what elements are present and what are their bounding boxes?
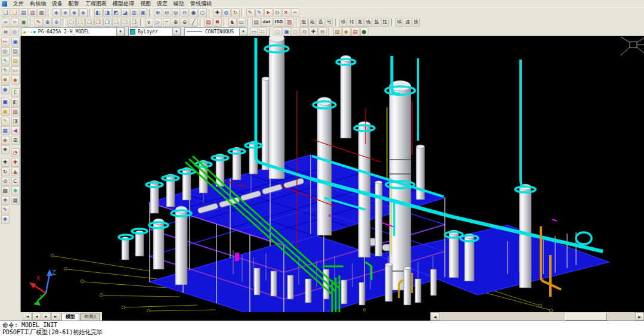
open-file-button[interactable]: ❏: [11, 8, 19, 17]
cube-view-bottom-button[interactable]: ◨: [103, 8, 112, 17]
clipboard-button[interactable]: ▣: [20, 18, 28, 27]
equip-tool-4-button[interactable]: ▭: [11, 66, 20, 75]
plant-3d-view[interactable]: Z X Y: [21, 36, 644, 312]
line-tool-button[interactable]: ─: [163, 18, 171, 27]
menu-item-9[interactable]: 辅助: [171, 0, 187, 8]
model-tool-1-button[interactable]: ✂: [1, 38, 10, 46]
scroll-right-button[interactable]: ▶: [635, 312, 644, 321]
erase-mark-button[interactable]: ✕: [282, 8, 290, 17]
chevron-down-icon[interactable]: ▾: [172, 28, 180, 36]
equip-tool-10-button[interactable]: ◀: [11, 126, 20, 135]
equip-tool-5-button[interactable]: ◆: [11, 76, 20, 85]
menu-item-2[interactable]: 构筑物: [27, 0, 49, 8]
knight-tool-button[interactable]: ♞: [228, 18, 237, 27]
equip-tool-8-button[interactable]: ▥: [11, 107, 20, 116]
doc-tool-3-button[interactable]: ❒: [85, 18, 94, 27]
equip-tool-15-button[interactable]: C: [11, 177, 20, 186]
cube-view-left-button[interactable]: ◩: [112, 8, 120, 17]
model-tool-16-button[interactable]: ▦: [1, 186, 10, 195]
equip-tool-7-button[interactable]: ◧: [11, 98, 20, 107]
equip-tool-14-button[interactable]: ▲: [11, 167, 20, 176]
color-combo[interactable]: ByLayer ▾: [128, 27, 181, 36]
cm-tool-button[interactable]: ▭: [237, 18, 246, 27]
menu-item-10[interactable]: 管线编辑: [187, 0, 215, 8]
equip-tool-1-button[interactable]: ▣: [11, 38, 20, 46]
menu-item-8[interactable]: 设定: [154, 0, 171, 8]
cmd-char-button-2[interactable]: 延: [308, 18, 316, 27]
red-tool-button[interactable]: ▥: [285, 18, 293, 27]
model-tool-9-button[interactable]: ✎: [1, 117, 10, 126]
cmd-char-button-10[interactable]: 拉: [381, 18, 389, 27]
view-sw-iso-button[interactable]: ◈: [52, 8, 61, 17]
view-ne-iso-button[interactable]: ◈: [70, 8, 79, 17]
pipe-tool-3-button[interactable]: ○: [292, 27, 300, 36]
chevron-down-icon[interactable]: ▾: [239, 28, 247, 36]
plot-button[interactable]: ▥: [29, 8, 37, 17]
model-tool-11-button[interactable]: ◈: [1, 136, 10, 145]
cmd-char-button-4[interactable]: 写: [325, 18, 333, 27]
equip-tool-17-button[interactable]: ▦: [11, 196, 20, 205]
tab-nav-next-button[interactable]: ▶: [42, 313, 51, 321]
doc-tool-8-button[interactable]: ❒: [130, 18, 138, 27]
pick-button[interactable]: ▷: [154, 18, 162, 27]
tab-layout1[interactable]: 布局1: [80, 313, 100, 321]
model-tool-19-button[interactable]: ❖: [1, 215, 10, 224]
zoom-all-button[interactable]: ○: [199, 8, 207, 17]
dat-button[interactable]: dat: [261, 18, 273, 27]
model-tool-12-button[interactable]: ❖: [1, 145, 10, 154]
pipe-tool-1-button[interactable]: ○: [274, 27, 282, 36]
cmd-char-button-7[interactable]: 复: [356, 18, 364, 27]
model-tool-4-button[interactable]: ✎: [1, 66, 10, 75]
fence-button[interactable]: ∨: [145, 18, 153, 27]
tab-nav-first-button[interactable]: |◀: [23, 313, 32, 321]
ltscale-button[interactable]: ∷: [259, 27, 267, 36]
new-file-button[interactable]: ❏: [2, 8, 10, 17]
zoom-extents-button[interactable]: ◉: [190, 8, 198, 17]
marker-button[interactable]: ➤: [264, 8, 273, 17]
zoom-previous-button[interactable]: ⊙: [181, 8, 189, 17]
cmd-char-button-9[interactable]: 旋: [373, 18, 380, 27]
scrollbar-thumb[interactable]: [565, 313, 607, 321]
equip-tool-16-button[interactable]: ❖: [11, 186, 20, 195]
pipe-tool-2-button[interactable]: ▣: [283, 27, 291, 36]
model-tool-5-button[interactable]: ✱: [1, 76, 10, 85]
snap-add-button[interactable]: ⊕: [172, 18, 180, 27]
cmd-char-button-12[interactable]: 连: [404, 18, 411, 27]
menu-item-4[interactable]: 配管: [66, 0, 82, 8]
model-tool-13-button[interactable]: ✚: [1, 158, 10, 167]
equip-tool-13-button[interactable]: ✚: [11, 158, 20, 167]
catalog-red-button[interactable]: ▤: [205, 18, 213, 27]
misc-tool-1-button[interactable]: ▨: [333, 27, 342, 36]
layer-manager-button[interactable]: ≣: [2, 27, 10, 36]
equip-tool-3-button[interactable]: ▤: [11, 57, 20, 66]
equip-tool-9-button[interactable]: ◨: [11, 117, 20, 126]
pipe-tool-4-button[interactable]: ⊙: [301, 27, 309, 36]
misc-tool-3-button[interactable]: ▤: [351, 27, 360, 36]
model-tool-10-button[interactable]: ▦: [1, 126, 10, 135]
cmd-char-button-3[interactable]: 选: [317, 18, 324, 27]
menu-item-7[interactable]: 视图: [137, 0, 154, 8]
zoom-window-button[interactable]: ◎: [172, 8, 180, 17]
pipe-tool-6-button[interactable]: ⊖: [318, 27, 327, 36]
menu-item-5[interactable]: 工程图表: [82, 0, 110, 8]
cube-view-top-button[interactable]: ◧: [94, 8, 103, 17]
scroll-left-button[interactable]: ◀: [431, 312, 439, 321]
equip-tool-6-button[interactable]: E: [11, 88, 20, 97]
cmd-char-button-1[interactable]: 坐: [300, 18, 308, 27]
doc-tool-1-button[interactable]: ❒: [67, 18, 76, 27]
pipe-tool-5-button[interactable]: ✚: [309, 27, 318, 36]
link-button[interactable]: ∞: [2, 18, 10, 27]
cmd-char-button-8[interactable]: 镜: [364, 18, 372, 27]
regen-all-button[interactable]: ⊕: [52, 18, 61, 27]
redline-button[interactable]: ✎: [246, 8, 255, 17]
snap-remove-button[interactable]: ⊖: [181, 18, 189, 27]
horizontal-scrollbar[interactable]: ◀ ▶: [430, 312, 644, 321]
tab-model[interactable]: 模型: [61, 313, 79, 321]
misc-tool-2-button[interactable]: ◆: [342, 27, 351, 36]
model-tool-7-button[interactable]: ▣: [1, 98, 10, 107]
save-file-button[interactable]: ▤: [20, 8, 28, 17]
menu-item-1[interactable]: 文件: [10, 0, 27, 8]
regen-button[interactable]: ⊕: [44, 18, 52, 27]
cube-view-right-button[interactable]: ◪: [121, 8, 129, 17]
orbit-button[interactable]: ◍: [222, 8, 231, 17]
